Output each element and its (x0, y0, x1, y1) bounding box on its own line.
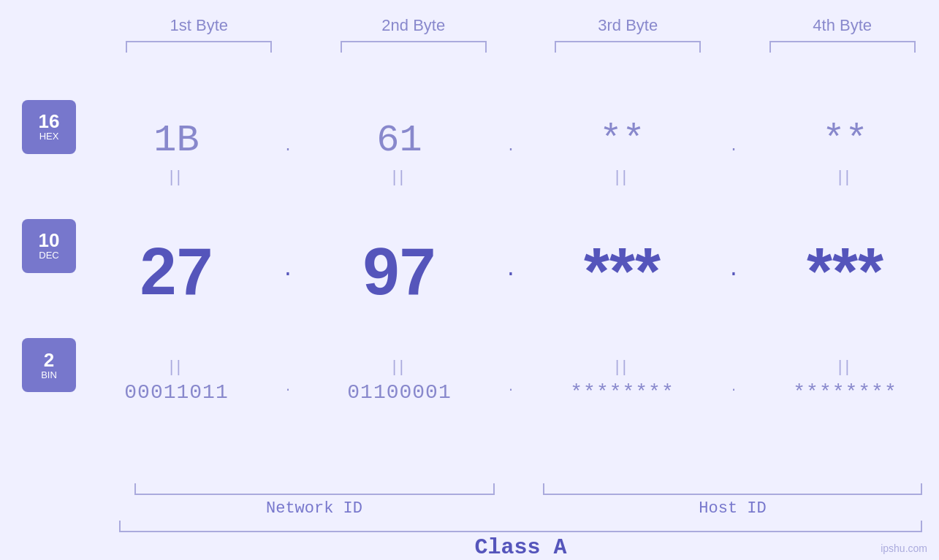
hex-dot3: . (729, 138, 738, 155)
dec-dot3: . (728, 258, 740, 281)
bin-badge: 2 BIN (22, 338, 76, 392)
network-id-section: Network ID (102, 483, 526, 518)
byte1-header: 1st Byte (102, 16, 296, 35)
hex-b1: 1B (153, 119, 199, 162)
top-brackets (0, 41, 939, 53)
bin-row: 00011011 . 01100001 . ******** . *******… (76, 377, 939, 483)
dec-b1: 27 (140, 234, 213, 310)
host-id-label: Host ID (699, 499, 766, 518)
hex-b4: ** (822, 119, 867, 162)
hex-dot2: . (506, 138, 515, 155)
bin-b2: 01100001 (347, 381, 451, 404)
dec-dot2: . (505, 258, 517, 281)
bin-b3: ******** (570, 381, 674, 404)
hex-badge: 16 HEX (22, 100, 76, 154)
byte3-header: 3rd Byte (531, 16, 725, 35)
dec-row: 27 . 97 . *** . *** (76, 187, 939, 357)
dec-dot1: . (282, 258, 294, 281)
bottom-labels-section: Network ID Host ID Class A (0, 483, 939, 560)
bin-dot3: . (730, 381, 737, 394)
dec-badge: 10 DEC (22, 219, 76, 273)
dec-b3: *** (584, 234, 661, 310)
bin-dot2: . (507, 381, 514, 394)
bin-b1: 00011011 (124, 381, 228, 404)
bin-dot1: . (284, 381, 292, 394)
equals-row-1: || || || || (76, 166, 939, 187)
class-section: Class A (102, 521, 939, 560)
byte2-header: 2nd Byte (316, 16, 510, 35)
watermark: ipshu.com (881, 542, 927, 554)
host-id-section: Host ID (526, 483, 939, 518)
class-label: Class A (474, 535, 566, 560)
hex-row: 1B . 61 . ** . ** (76, 60, 939, 166)
hex-b3: ** (599, 119, 645, 162)
equals-row-2: || || || || (76, 356, 939, 377)
bin-b4: ******** (793, 381, 897, 404)
content-area: 16 HEX 10 DEC 2 BIN 1B . 61 . ** . ** (0, 53, 939, 483)
ip-grid: 1B . 61 . ** . ** || || || || 27 (76, 53, 939, 483)
badges-column: 16 HEX 10 DEC 2 BIN (0, 53, 76, 483)
network-id-label: Network ID (266, 499, 362, 518)
dec-b2: 97 (362, 234, 436, 310)
main-container: 1st Byte 2nd Byte 3rd Byte 4th Byte 16 H… (0, 0, 939, 560)
hex-dot1: . (284, 138, 292, 155)
hex-b2: 61 (376, 119, 422, 162)
dec-b4: *** (807, 234, 883, 310)
byte4-header: 4th Byte (745, 16, 939, 35)
